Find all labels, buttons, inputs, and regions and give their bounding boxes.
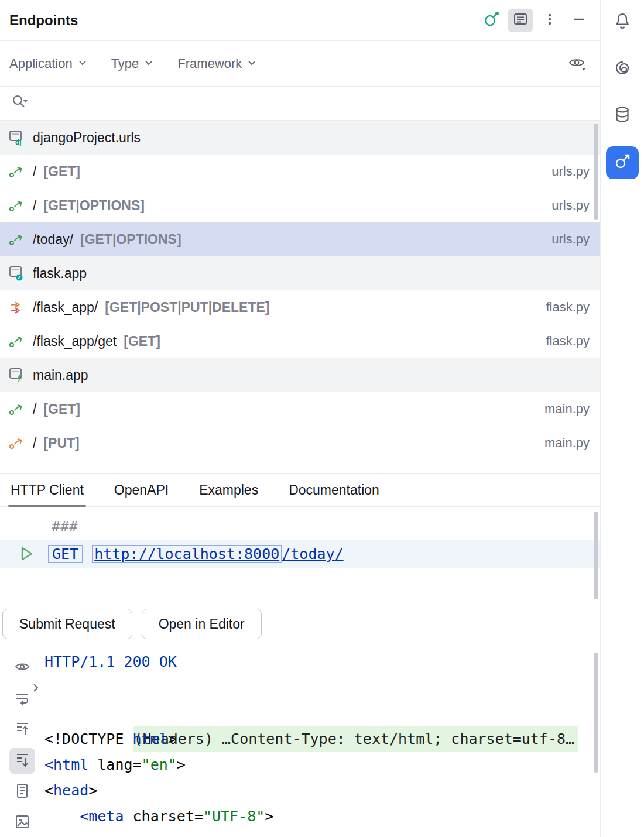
response-panel: HTTP/1.1 200 OK (Headers) …Content-Type:…: [0, 644, 600, 837]
details-view-icon: [512, 11, 529, 30]
request-url-host[interactable]: http://localhost:8000: [92, 545, 282, 563]
endpoint-path: /flask_app/get: [33, 334, 117, 349]
request-separator: ###: [0, 514, 600, 540]
scroll-to-top-button[interactable]: [9, 717, 35, 743]
endpoint-file: urls.py: [551, 198, 590, 213]
run-request-button[interactable]: [18, 545, 35, 562]
endpoint-file: flask.py: [546, 334, 590, 349]
code-line: <!DOCTYPE html>: [44, 726, 600, 752]
endpoint-file: urls.py: [551, 232, 590, 247]
editor-scrollbar[interactable]: [594, 512, 598, 599]
endpoint-methods: [GET]: [43, 402, 80, 417]
notifications-button[interactable]: [606, 6, 639, 39]
search-field[interactable]: [0, 87, 600, 121]
endpoint-file: main.py: [544, 402, 590, 417]
framework-filter[interactable]: Framework: [177, 56, 257, 71]
panel-title: Endpoints: [9, 12, 78, 29]
tab-label: OpenAPI: [114, 482, 169, 498]
endpoint-methods: [GET]: [43, 164, 80, 180]
django-module-icon: dj: [8, 129, 26, 146]
python-module-icon: [8, 367, 26, 383]
titlebar: Endpoints: [0, 0, 600, 41]
eye-icon: [567, 53, 587, 75]
svg-text:dj: dj: [15, 138, 22, 146]
endpoints-button[interactable]: [606, 146, 639, 179]
show-images-button[interactable]: [9, 810, 35, 836]
view-mode-button[interactable]: [508, 9, 533, 32]
blank-line: [44, 701, 600, 726]
more-options-button[interactable]: [537, 9, 563, 32]
filter-bar: Application Type Framework: [0, 41, 600, 87]
endpoint-row[interactable]: / [GET] urls.py: [0, 155, 600, 188]
hide-panel-button[interactable]: [566, 9, 592, 32]
endpoint-row[interactable]: / [GET] main.py: [0, 392, 600, 426]
database-button[interactable]: [606, 100, 639, 132]
group-row-flask[interactable]: flask.app: [0, 256, 600, 290]
minimize-icon: [571, 11, 587, 30]
endpoint-list: dj djangoProject.urls / [GET] urls.py / …: [0, 121, 600, 473]
chevron-down-icon: [77, 56, 88, 71]
view-options-button[interactable]: [564, 52, 590, 76]
tab-http-client[interactable]: HTTP Client: [11, 474, 84, 506]
fold-chevron-icon[interactable]: [30, 675, 41, 701]
scroll-to-bottom-button[interactable]: [9, 748, 35, 774]
tab-label: HTTP Client: [11, 482, 84, 498]
chevron-down-icon: [246, 56, 257, 71]
tab-openapi[interactable]: OpenAPI: [114, 474, 169, 506]
response-headers-line: (Headers) …Content-Type: text/html; char…: [44, 675, 600, 701]
group-row-main[interactable]: main.app: [0, 358, 600, 392]
endpoint-methods: [GET|POST|PUT|DELETE]: [105, 300, 269, 315]
endpoints-tool-window: Endpoints: [0, 0, 644, 837]
endpoints-icon: [612, 152, 632, 174]
eye-icon: [13, 658, 31, 678]
spiral-icon: [612, 58, 632, 80]
response-scrollbar[interactable]: [594, 653, 598, 773]
endpoint-row[interactable]: / [GET|OPTIONS] urls.py: [0, 188, 600, 222]
tab-documentation[interactable]: Documentation: [289, 474, 379, 506]
code-line: <meta charset="UTF-8">: [44, 804, 600, 829]
endpoint-path: /: [33, 198, 36, 214]
endpoint-path: /: [33, 402, 36, 417]
right-tool-strip: [601, 0, 644, 837]
tab-label: Documentation: [289, 482, 379, 498]
endpoint-row[interactable]: / [PUT] main.py: [0, 426, 600, 460]
get-endpoint-icon: [8, 163, 26, 180]
endpoint-path: /today/: [33, 232, 73, 248]
group-label: main.app: [33, 368, 88, 383]
scroll-bottom-icon: [13, 751, 31, 771]
multi-method-endpoint-icon: [8, 299, 26, 315]
ai-assistant-button[interactable]: [606, 53, 639, 85]
response-body[interactable]: HTTP/1.1 200 OK (Headers) …Content-Type:…: [44, 644, 600, 837]
request-method[interactable]: GET: [48, 545, 83, 563]
endpoint-row[interactable]: /flask_app/get [GET] flask.py: [0, 324, 600, 358]
endpoint-methods: [GET|OPTIONS]: [43, 198, 145, 214]
endpoint-row-selected[interactable]: /today/ [GET|OPTIONS] urls.py: [0, 222, 600, 256]
application-filter-label: Application: [9, 56, 73, 71]
get-endpoint-icon: [8, 231, 26, 248]
group-row-django[interactable]: dj djangoProject.urls: [0, 121, 600, 155]
open-in-editor-button[interactable]: Open in Editor: [142, 609, 262, 639]
endpoint-path: /: [33, 435, 36, 451]
group-label: djangoProject.urls: [33, 130, 141, 146]
soft-wrap-icon: [13, 689, 31, 709]
tab-examples[interactable]: Examples: [199, 474, 258, 506]
request-line: GET http://localhost:8000/today/: [0, 540, 600, 568]
copy-response-button[interactable]: [9, 779, 35, 805]
type-filter-label: Type: [111, 56, 139, 71]
type-filter[interactable]: Type: [111, 56, 155, 71]
kebab-menu-icon: [542, 11, 558, 30]
code-line: <head>: [44, 778, 600, 804]
submit-request-button[interactable]: Submit Request: [2, 609, 132, 639]
api-icon: [482, 10, 501, 31]
application-filter[interactable]: Application: [9, 56, 88, 71]
tab-label: Examples: [199, 482, 258, 498]
endpoint-file: urls.py: [551, 164, 590, 179]
http-client-editor[interactable]: ### GET http://localhost:8000/today/: [0, 507, 600, 604]
request-url-path[interactable]: /today/: [282, 546, 343, 562]
endpoint-row[interactable]: /flask_app/ [GET|POST|PUT|DELETE] flask.…: [0, 290, 600, 324]
search-icon: [9, 92, 29, 115]
list-scrollbar[interactable]: [594, 124, 598, 220]
request-url[interactable]: http://localhost:8000/today/: [92, 546, 343, 562]
api-toggle-button[interactable]: [478, 9, 504, 32]
get-endpoint-icon: [8, 401, 26, 417]
